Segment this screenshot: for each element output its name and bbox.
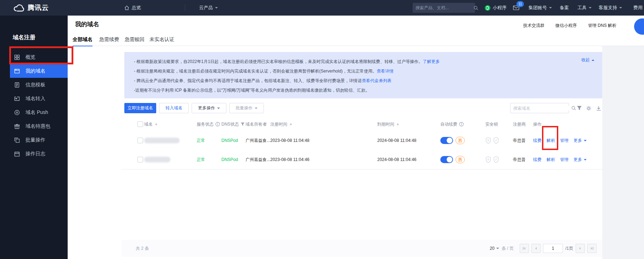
transfer-lock-icon[interactable] — [493, 156, 499, 163]
page-size-select[interactable]: 20 — [490, 246, 499, 251]
tab-all-domains[interactable]: 全部域名 — [73, 35, 92, 46]
sort-icon[interactable] — [397, 122, 399, 126]
more-actions-dropdown[interactable]: 更多 — [574, 157, 587, 163]
promo-badge[interactable]: 惠 — [456, 156, 465, 163]
notice-banner: - 根据最新政策法规要求，自2022年1月1日起，域名注册前必须使用已实名审核的… — [124, 52, 602, 98]
registrar: 帝思普 — [513, 157, 526, 163]
sort-icon[interactable] — [155, 122, 157, 126]
tab-need-renew[interactable]: 急需续费 — [99, 35, 119, 46]
manage-link[interactable]: 管理 — [560, 157, 569, 163]
sidebar-title: 域名注册 — [13, 34, 35, 41]
learn-more-link[interactable]: 了解更多 — [423, 59, 440, 64]
filter-icon[interactable] — [241, 122, 245, 126]
tech-group-link[interactable]: 技术交流群 — [523, 23, 544, 29]
page-title: 我的域名 — [75, 20, 99, 28]
prev-page-button[interactable] — [531, 244, 541, 253]
header-label: DNS状态 — [221, 121, 239, 127]
manage-link[interactable]: 管理 — [560, 138, 569, 144]
wechat-miniprogram-link[interactable]: 微信小程序 — [555, 23, 577, 29]
renew-link[interactable]: 续费 — [533, 157, 542, 163]
sidebar: 域名注册 概览 我的域名 信息模板 域名转入 — [0, 16, 68, 259]
voucher-list-link[interactable]: 查看代金券列表 — [362, 78, 391, 83]
transfer-in-button[interactable]: 转入域名 — [159, 103, 189, 113]
header-actions: 操作 — [533, 121, 542, 127]
download-icon[interactable] — [596, 105, 601, 111]
sidebar-item-overview[interactable]: 概览 — [0, 50, 68, 64]
sidebar-item-info-template[interactable]: 信息模板 — [0, 78, 68, 92]
info-icon[interactable] — [215, 122, 220, 127]
first-page-button[interactable] — [520, 244, 529, 253]
auto-renew-toggle[interactable] — [440, 137, 453, 144]
update-lock-icon[interactable] — [485, 156, 491, 163]
sidebar-item-domain-push[interactable]: 域名 Push — [0, 105, 68, 119]
gear-icon[interactable] — [586, 105, 592, 111]
header-reg-time[interactable]: 注册时间 — [270, 121, 292, 127]
notice-line: - 腾讯云全产品通用代金券、指定代金券均不再适用于域名注册产品，包括域名新注、转… — [124, 76, 602, 86]
header-exp-time[interactable]: 到期时间 — [377, 121, 399, 127]
promo-badge[interactable]: 惠 — [456, 137, 465, 144]
header-owner: 域名所有者 — [245, 121, 267, 127]
sidebar-item-transfer-in[interactable]: 域名转入 — [0, 92, 68, 105]
sidebar-item-label: 域名 Push — [26, 109, 48, 116]
topbar-group-account[interactable]: 集团账号 — [529, 0, 552, 16]
tab-need-redeem[interactable]: 急需赎回 — [125, 35, 145, 46]
more-actions-dropdown[interactable]: 更多 — [574, 138, 587, 144]
search-icon[interactable] — [473, 5, 481, 11]
topbar-billing[interactable]: 费用 — [633, 0, 644, 16]
sidebar-item-label: 批量操作 — [26, 137, 45, 143]
register-domain-button[interactable]: 立即注册域名 — [124, 103, 156, 113]
topbar-overview-link[interactable]: 总览 — [124, 0, 141, 16]
notice-collapse-link[interactable]: 收起 — [581, 57, 594, 63]
select-all-checkbox[interactable] — [137, 121, 143, 127]
domain-search[interactable] — [510, 103, 569, 113]
row-checkbox[interactable] — [137, 157, 143, 162]
tencent-cloud-logo[interactable]: 腾讯云 — [12, 0, 49, 16]
next-page-button[interactable] — [576, 244, 585, 253]
sidebar-item-domain-package[interactable]: 域名特惠包 — [0, 119, 68, 133]
topbar-divider — [185, 5, 185, 11]
expiration-time: 2024-08-08 11:04:46 — [377, 157, 417, 162]
header-label: 到期时间 — [377, 121, 394, 127]
header-domain[interactable]: 域名 — [144, 121, 157, 127]
resolve-link[interactable]: 解析 — [547, 138, 555, 144]
topbar-icp-filing[interactable]: 备案 — [560, 0, 569, 16]
update-lock-icon[interactable] — [485, 137, 491, 144]
last-page-button[interactable] — [587, 244, 597, 253]
more-operations-dropdown[interactable]: 更多操作 — [192, 103, 226, 113]
help-float-button[interactable] — [634, 18, 644, 35]
row-checkbox[interactable] — [137, 138, 143, 143]
products-label: 云产品 — [199, 5, 213, 11]
resolve-link[interactable]: 解析 — [547, 157, 555, 163]
notice-text: - 根据注册局相关规定，域名注册后必须在规定时间内完成域名实名认证，否则会被注册… — [134, 69, 377, 74]
triangle-left-icon — [535, 247, 537, 250]
chevron-down-icon — [496, 248, 499, 251]
view-details-link[interactable]: 查看详情 — [377, 69, 394, 74]
header-label: 注册时间 — [270, 121, 287, 127]
notice-text: -近期有不法分子利用 ICP 备案的公示信息，以“万维网/万域网”等名义向用户发… — [134, 88, 370, 93]
topbar-search[interactable] — [413, 3, 475, 13]
sidebar-item-my-domains[interactable]: 我的域名 — [10, 64, 68, 78]
batch-operations-dropdown[interactable]: 批量操作 — [229, 103, 264, 113]
renew-link[interactable]: 续费 — [533, 138, 542, 144]
manage-dns-link[interactable]: 管理 DNS 解析 — [588, 23, 616, 29]
tabs-bar: 全部域名 急需续费 急需赎回 未实名认证 — [68, 35, 644, 46]
domain-search-input[interactable] — [510, 106, 571, 111]
topbar-search-input[interactable] — [413, 5, 473, 10]
sidebar-item-label: 域名转入 — [26, 96, 45, 102]
registrar: 帝思普 — [513, 138, 526, 144]
right-margin-area — [602, 46, 644, 259]
topbar-miniprogram[interactable]: 小程序 — [485, 0, 507, 16]
billing-label: 费用 — [633, 5, 643, 11]
topbar-products-menu[interactable]: 云产品 — [199, 0, 218, 16]
tab-not-verified[interactable]: 未实名认证 — [149, 35, 174, 46]
auto-renew-toggle[interactable] — [440, 156, 453, 163]
filter-icon[interactable] — [577, 105, 582, 111]
transfer-lock-icon[interactable] — [493, 137, 499, 144]
topbar-tools[interactable]: 工具 — [577, 0, 592, 16]
sidebar-item-operation-log[interactable]: 操作日志 — [0, 147, 68, 161]
topbar-support[interactable]: 客服支持 — [599, 0, 622, 16]
sidebar-item-batch-operations[interactable]: 批量操作 — [0, 133, 68, 147]
sort-icon[interactable] — [290, 122, 292, 126]
page-input[interactable] — [543, 244, 563, 253]
info-icon[interactable] — [459, 122, 464, 127]
